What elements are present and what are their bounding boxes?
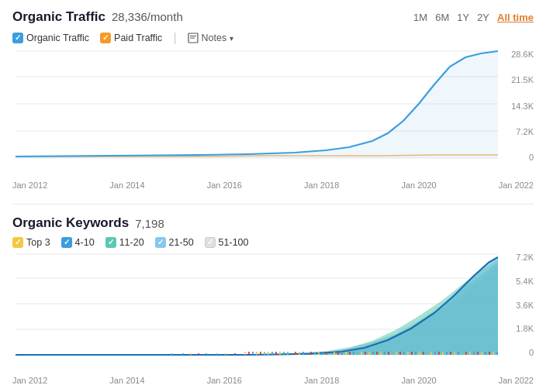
time-filter-group: 1M 6M 1Y 2Y All time (413, 12, 534, 23)
chart2-y-axis: 7.2K 5.4K 3.6K 1.8K 0 (501, 253, 534, 373)
x-axis-label: Jan 2014 (109, 181, 144, 190)
legend-top3[interactable]: Top 3 (12, 237, 50, 248)
notes-label: Notes (202, 33, 227, 43)
organic-traffic-title: Organic Traffic (12, 9, 105, 25)
legend-divider: | (173, 31, 176, 45)
svg-rect-62 (427, 352, 428, 355)
x-axis-label: Jan 2020 (401, 376, 436, 385)
legend-51-100[interactable]: 51-100 (205, 237, 249, 248)
svg-rect-64 (434, 352, 436, 355)
svg-rect-28 (283, 352, 285, 355)
organic-traffic-chart: 28.6K 21.5K 14.3K 7.2K 0 Jan 2012 Jan 20… (12, 50, 534, 190)
svg-rect-35 (318, 352, 320, 355)
svg-rect-85 (206, 353, 207, 355)
notes-chevron: ▾ (230, 34, 233, 43)
svg-rect-54 (396, 352, 397, 355)
legend-checkbox-4-10 (61, 237, 72, 248)
y-axis-label: 28.6K (501, 50, 534, 59)
svg-rect-67 (446, 352, 448, 355)
filter-1m[interactable]: 1M (413, 12, 427, 23)
y-axis-label: 7.2K (501, 127, 534, 136)
svg-rect-25 (271, 352, 273, 355)
svg-rect-69 (454, 352, 455, 355)
svg-rect-29 (287, 352, 289, 355)
y-axis-label: 7.2K (501, 253, 534, 262)
organic-traffic-title-group: Organic Traffic 28,336/month (12, 9, 183, 25)
x-axis-label: Jan 2012 (12, 181, 47, 190)
legend-checkbox-51-100 (205, 237, 216, 248)
organic-traffic-section: Organic Traffic 28,336/month 1M 6M 1Y 2Y… (12, 9, 534, 190)
svg-rect-77 (485, 352, 486, 355)
svg-rect-46 (365, 352, 366, 355)
svg-rect-68 (450, 352, 451, 355)
chart2-svg (12, 253, 501, 373)
svg-rect-88 (234, 353, 236, 355)
x-axis-label: Jan 2018 (304, 181, 339, 190)
legend-label-11-20: 11-20 (119, 237, 144, 248)
svg-rect-23 (264, 352, 265, 355)
svg-rect-70 (458, 352, 459, 355)
organic-keywords-legend: Top 3 4-10 11-20 21-50 51-100 (12, 237, 534, 248)
svg-rect-78 (489, 352, 490, 355)
legend-checkbox-paid (100, 33, 111, 43)
svg-rect-86 (216, 353, 217, 355)
svg-rect-44 (357, 352, 358, 355)
y-axis-label: 0 (501, 153, 534, 162)
y-axis-label: 3.6K (501, 301, 534, 310)
svg-rect-80 (496, 352, 498, 355)
filter-2y[interactable]: 2Y (477, 12, 489, 23)
svg-rect-31 (299, 352, 300, 355)
svg-rect-43 (353, 352, 354, 355)
chart1-x-axis: Jan 2012 Jan 2014 Jan 2016 Jan 2018 Jan … (12, 181, 534, 190)
svg-rect-81 (171, 353, 172, 355)
legend-label-paid: Paid Traffic (114, 33, 162, 43)
svg-rect-38 (333, 352, 335, 355)
x-axis-label: Jan 2018 (304, 376, 339, 385)
legend-11-20[interactable]: 11-20 (105, 237, 144, 248)
svg-rect-79 (492, 352, 494, 355)
x-axis-label: Jan 2022 (499, 181, 534, 190)
svg-rect-39 (337, 352, 339, 355)
legend-21-50[interactable]: 21-50 (155, 237, 194, 248)
svg-rect-56 (403, 352, 405, 355)
svg-rect-22 (260, 352, 261, 355)
legend-checkbox-21-50 (155, 237, 166, 248)
filter-alltime[interactable]: All time (497, 12, 534, 23)
svg-rect-66 (442, 352, 444, 355)
legend-paid-traffic[interactable]: Paid Traffic (100, 33, 162, 43)
legend-4-10[interactable]: 4-10 (61, 237, 95, 248)
filter-6m[interactable]: 6M (435, 12, 449, 23)
legend-organic-traffic[interactable]: Organic Traffic (12, 33, 89, 43)
svg-rect-60 (419, 352, 420, 355)
svg-rect-63 (430, 352, 432, 355)
svg-rect-32 (302, 352, 304, 355)
y-axis-label: 1.8K (501, 324, 534, 333)
x-axis-label: Jan 2012 (12, 376, 47, 385)
x-axis-label: Jan 2016 (207, 181, 242, 190)
organic-traffic-legend: Organic Traffic Paid Traffic | Notes ▾ (12, 31, 534, 45)
keywords-title-row: Organic Keywords 7,198 (12, 215, 164, 231)
svg-rect-24 (268, 352, 269, 355)
svg-rect-47 (368, 352, 370, 355)
y-axis-label: 21.5K (501, 75, 534, 84)
chart2-x-axis: Jan 2012 Jan 2014 Jan 2016 Jan 2018 Jan … (12, 376, 534, 385)
filter-1y[interactable]: 1Y (457, 12, 469, 23)
svg-rect-41 (345, 352, 347, 355)
legend-label-4-10: 4-10 (75, 237, 95, 248)
svg-rect-61 (423, 352, 424, 355)
notes-button[interactable]: Notes ▾ (188, 33, 234, 43)
svg-rect-82 (182, 353, 184, 355)
svg-rect-72 (465, 352, 467, 355)
svg-rect-40 (341, 352, 343, 355)
y-axis-label: 14.3K (501, 101, 534, 111)
legend-label-51-100: 51-100 (219, 237, 249, 248)
svg-rect-53 (392, 352, 393, 355)
svg-rect-57 (407, 352, 409, 355)
svg-rect-59 (415, 352, 416, 355)
svg-rect-33 (310, 352, 312, 355)
x-axis-label: Jan 2022 (499, 376, 534, 385)
organic-traffic-value: 28,336/month (112, 10, 183, 23)
svg-rect-45 (361, 352, 362, 355)
x-axis-label: Jan 2020 (401, 181, 436, 190)
organic-traffic-header: Organic Traffic 28,336/month 1M 6M 1Y 2Y… (12, 9, 534, 25)
